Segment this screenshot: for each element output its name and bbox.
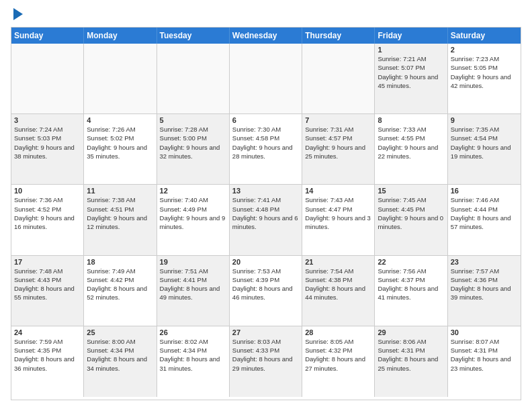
day-number: 16: [451, 187, 518, 195]
day-cell: 14Sunrise: 7:43 AM Sunset: 4:47 PM Dayli…: [302, 185, 375, 255]
day-number: 8: [378, 116, 444, 124]
day-number: 9: [451, 116, 518, 124]
day-number: 24: [14, 328, 81, 336]
day-number: 23: [451, 258, 518, 266]
day-info: Sunrise: 7:23 AM Sunset: 5:05 PM Dayligh…: [451, 54, 518, 90]
weekday-header: Friday: [375, 28, 447, 44]
day-cell: 26Sunrise: 8:02 AM Sunset: 4:34 PM Dayli…: [157, 326, 230, 397]
day-number: 7: [305, 116, 371, 124]
day-info: Sunrise: 7:36 AM Sunset: 4:52 PM Dayligh…: [14, 195, 81, 231]
day-info: Sunrise: 7:43 AM Sunset: 4:47 PM Dayligh…: [305, 195, 371, 231]
day-info: Sunrise: 7:33 AM Sunset: 4:55 PM Dayligh…: [378, 125, 444, 161]
weekday-header: Monday: [84, 28, 157, 44]
weekday-header: Thursday: [302, 28, 375, 44]
day-number: 10: [14, 187, 81, 195]
logo-arrow-icon: [13, 8, 23, 20]
empty-cell: [11, 44, 84, 113]
day-cell: 19Sunrise: 7:51 AM Sunset: 4:41 PM Dayli…: [157, 256, 230, 326]
day-info: Sunrise: 7:40 AM Sunset: 4:49 PM Dayligh…: [160, 195, 226, 231]
day-info: Sunrise: 7:26 AM Sunset: 5:02 PM Dayligh…: [87, 125, 153, 161]
day-info: Sunrise: 7:45 AM Sunset: 4:45 PM Dayligh…: [378, 195, 444, 231]
day-cell: 25Sunrise: 8:00 AM Sunset: 4:34 PM Dayli…: [84, 326, 157, 397]
day-info: Sunrise: 8:03 AM Sunset: 4:33 PM Dayligh…: [232, 337, 299, 373]
day-info: Sunrise: 7:30 AM Sunset: 4:58 PM Dayligh…: [232, 125, 299, 161]
day-number: 27: [232, 328, 299, 336]
day-number: 21: [305, 258, 371, 266]
day-number: 5: [160, 116, 226, 124]
day-info: Sunrise: 7:35 AM Sunset: 4:54 PM Dayligh…: [451, 125, 518, 161]
calendar-row: 24Sunrise: 7:59 AM Sunset: 4:35 PM Dayli…: [11, 326, 521, 397]
day-info: Sunrise: 7:53 AM Sunset: 4:39 PM Dayligh…: [232, 267, 299, 302]
day-cell: 15Sunrise: 7:45 AM Sunset: 4:45 PM Dayli…: [375, 185, 447, 255]
day-cell: 18Sunrise: 7:49 AM Sunset: 4:42 PM Dayli…: [84, 256, 157, 326]
day-cell: 13Sunrise: 7:41 AM Sunset: 4:48 PM Dayli…: [230, 185, 302, 255]
day-info: Sunrise: 8:05 AM Sunset: 4:32 PM Dayligh…: [305, 337, 371, 373]
day-cell: 10Sunrise: 7:36 AM Sunset: 4:52 PM Dayli…: [11, 185, 84, 255]
day-info: Sunrise: 7:56 AM Sunset: 4:37 PM Dayligh…: [378, 267, 444, 302]
day-number: 15: [378, 187, 444, 195]
calendar-row: 1Sunrise: 7:21 AM Sunset: 5:07 PM Daylig…: [11, 44, 521, 114]
calendar-row: 3Sunrise: 7:24 AM Sunset: 5:03 PM Daylig…: [11, 114, 521, 185]
day-info: Sunrise: 7:57 AM Sunset: 4:36 PM Dayligh…: [451, 267, 518, 302]
day-info: Sunrise: 7:46 AM Sunset: 4:44 PM Dayligh…: [451, 195, 518, 231]
day-number: 20: [232, 258, 299, 266]
day-info: Sunrise: 7:48 AM Sunset: 4:43 PM Dayligh…: [14, 267, 81, 302]
day-cell: 4Sunrise: 7:26 AM Sunset: 5:02 PM Daylig…: [84, 114, 157, 184]
day-number: 1: [378, 46, 444, 54]
day-number: 25: [87, 328, 153, 336]
day-cell: 5Sunrise: 7:28 AM Sunset: 5:00 PM Daylig…: [157, 114, 230, 184]
day-info: Sunrise: 7:41 AM Sunset: 4:48 PM Dayligh…: [232, 195, 299, 231]
empty-cell: [230, 44, 302, 113]
calendar-row: 10Sunrise: 7:36 AM Sunset: 4:52 PM Dayli…: [11, 185, 521, 255]
weekday-header: Sunday: [11, 28, 84, 44]
day-cell: 23Sunrise: 7:57 AM Sunset: 4:36 PM Dayli…: [448, 256, 521, 326]
day-number: 18: [87, 258, 153, 266]
calendar-header: SundayMondayTuesdayWednesdayThursdayFrid…: [11, 28, 521, 44]
day-cell: 16Sunrise: 7:46 AM Sunset: 4:44 PM Dayli…: [448, 185, 521, 255]
day-cell: 24Sunrise: 7:59 AM Sunset: 4:35 PM Dayli…: [11, 326, 84, 397]
day-number: 3: [14, 116, 81, 124]
day-number: 12: [160, 187, 226, 195]
day-info: Sunrise: 8:07 AM Sunset: 4:31 PM Dayligh…: [451, 337, 518, 373]
day-info: Sunrise: 7:54 AM Sunset: 4:38 PM Dayligh…: [305, 267, 371, 302]
day-cell: 22Sunrise: 7:56 AM Sunset: 4:37 PM Dayli…: [375, 256, 447, 326]
calendar-row: 17Sunrise: 7:48 AM Sunset: 4:43 PM Dayli…: [11, 256, 521, 326]
day-number: 2: [451, 46, 518, 54]
day-cell: 8Sunrise: 7:33 AM Sunset: 4:55 PM Daylig…: [375, 114, 447, 184]
day-cell: 27Sunrise: 8:03 AM Sunset: 4:33 PM Dayli…: [230, 326, 302, 397]
day-number: 19: [160, 258, 226, 266]
header: [11, 11, 521, 20]
day-info: Sunrise: 8:00 AM Sunset: 4:34 PM Dayligh…: [87, 337, 153, 373]
empty-cell: [302, 44, 375, 113]
empty-cell: [157, 44, 230, 113]
day-number: 14: [305, 187, 371, 195]
day-cell: 9Sunrise: 7:35 AM Sunset: 4:54 PM Daylig…: [448, 114, 521, 184]
day-cell: 21Sunrise: 7:54 AM Sunset: 4:38 PM Dayli…: [302, 256, 375, 326]
day-number: 29: [378, 328, 444, 336]
day-info: Sunrise: 7:28 AM Sunset: 5:00 PM Dayligh…: [160, 125, 226, 161]
day-cell: 12Sunrise: 7:40 AM Sunset: 4:49 PM Dayli…: [157, 185, 230, 255]
day-number: 28: [305, 328, 371, 336]
day-cell: 3Sunrise: 7:24 AM Sunset: 5:03 PM Daylig…: [11, 114, 84, 184]
day-cell: 29Sunrise: 8:06 AM Sunset: 4:31 PM Dayli…: [375, 326, 447, 397]
day-cell: 30Sunrise: 8:07 AM Sunset: 4:31 PM Dayli…: [448, 326, 521, 397]
calendar-body: 1Sunrise: 7:21 AM Sunset: 5:07 PM Daylig…: [11, 44, 521, 397]
weekday-header: Saturday: [448, 28, 521, 44]
day-number: 26: [160, 328, 226, 336]
page: SundayMondayTuesdayWednesdayThursdayFrid…: [0, 0, 532, 411]
day-number: 22: [378, 258, 444, 266]
day-cell: 11Sunrise: 7:38 AM Sunset: 4:51 PM Dayli…: [84, 185, 157, 255]
day-info: Sunrise: 7:38 AM Sunset: 4:51 PM Dayligh…: [87, 195, 153, 231]
empty-cell: [84, 44, 157, 113]
day-info: Sunrise: 7:59 AM Sunset: 4:35 PM Dayligh…: [14, 337, 81, 373]
day-cell: 17Sunrise: 7:48 AM Sunset: 4:43 PM Dayli…: [11, 256, 84, 326]
calendar: SundayMondayTuesdayWednesdayThursdayFrid…: [11, 27, 521, 400]
day-number: 4: [87, 116, 153, 124]
day-info: Sunrise: 7:49 AM Sunset: 4:42 PM Dayligh…: [87, 267, 153, 302]
weekday-header: Wednesday: [230, 28, 302, 44]
day-number: 17: [14, 258, 81, 266]
day-cell: 20Sunrise: 7:53 AM Sunset: 4:39 PM Dayli…: [230, 256, 302, 326]
weekday-header: Tuesday: [157, 28, 230, 44]
day-cell: 6Sunrise: 7:30 AM Sunset: 4:58 PM Daylig…: [230, 114, 302, 184]
logo: [11, 11, 23, 20]
